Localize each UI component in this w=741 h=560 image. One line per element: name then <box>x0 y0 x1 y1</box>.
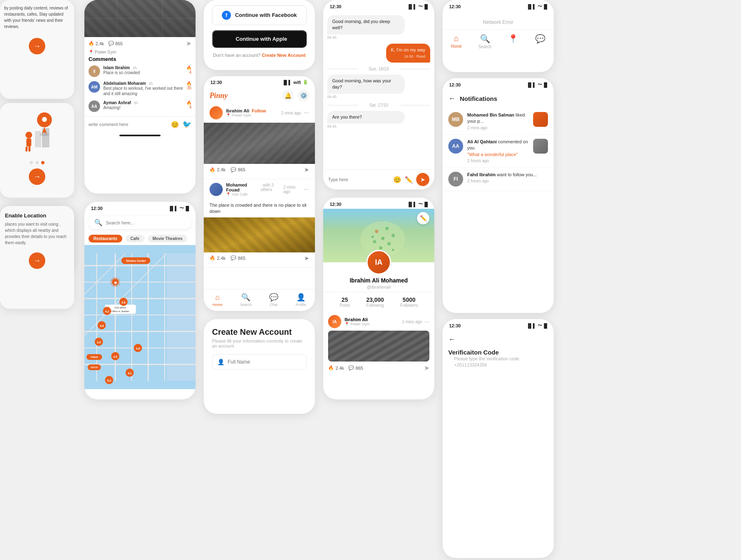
post-location: 📍 Power Gym <box>84 50 196 56</box>
svg-point-19 <box>373 240 376 243</box>
battery-icon: █ <box>544 4 547 9</box>
fire-action-2[interactable]: 🔥 2.4k <box>210 255 226 261</box>
send-comment-icon[interactable]: 🐦 <box>182 120 191 129</box>
fire-action-1[interactable]: 🔥 2.4k <box>210 167 226 173</box>
screen-post-detail: 🔥 2.4k 💬 865 ➤ 📍 Power Gym Comments II I… <box>84 0 196 194</box>
profile-post-more[interactable]: ··· <box>424 318 429 325</box>
svg-rect-24 <box>167 253 196 381</box>
map-search-input[interactable] <box>106 220 186 225</box>
signal-icon: ▐▌▌ <box>168 206 178 211</box>
map-area[interactable]: Shobra Center Civil affairs Office in Je… <box>84 245 196 389</box>
back-btn[interactable]: ← <box>448 94 456 103</box>
verif-back-btn[interactable]: ← <box>448 335 456 344</box>
facebook-login-btn[interactable]: f Continue with Facebook <box>212 5 307 25</box>
nav-chat[interactable]: 💬 Chat <box>269 293 278 307</box>
nav-profile[interactable]: 👤 Profile <box>296 293 306 307</box>
post-location-2: 📍 Aziz Cafe <box>226 192 283 196</box>
nav-home[interactable]: ⌂ Home <box>212 293 222 307</box>
screen-notifications: 12:30 ▐▌▌ 〜 █ ← Notifications MB Mohamed… <box>443 78 554 313</box>
fullname-field[interactable]: 👤 <box>212 354 307 370</box>
send-message-btn[interactable]: ➤ <box>416 173 429 186</box>
notifications-header: ← Notifications <box>443 89 554 108</box>
post-author-avatar-2 <box>210 183 223 196</box>
onboarding-arrow-btn[interactable]: → <box>29 38 45 54</box>
send-icon[interactable]: ➤ <box>186 40 191 47</box>
nav-home-tab[interactable]: ⌂ Home <box>451 34 462 49</box>
screen-home-nav: 12:30 ▐▌▌ 〜 █ Network Error ⌂ Home 🔍 Sea… <box>443 0 554 72</box>
nav-chat-tab[interactable]: 💬 <box>535 34 545 49</box>
home-nav-icon: ⌂ <box>215 293 220 302</box>
post-more-btn-2[interactable]: ··· <box>304 186 309 193</box>
onboarding-body: by posting daily content, reviews of res… <box>0 0 74 35</box>
bottom-nav: ⌂ Home 🔍 Search 💬 Chat 👤 Profile <box>204 289 315 311</box>
profile-post-actions: 🔥 2.4k 💬 865 ➤ <box>328 364 429 372</box>
nav-location-tab[interactable]: 📍 <box>508 34 518 49</box>
apple-login-btn[interactable]: Continue with Apple <box>212 30 307 48</box>
status-icons: ▐▌▌ wifi 🔋 <box>282 79 308 85</box>
notification-bell-icon[interactable]: 🔔 <box>282 90 294 101</box>
svg-point-15 <box>375 230 378 233</box>
filter-restaurants[interactable]: Restaurants <box>89 235 122 243</box>
notif-thumb-2 <box>533 139 548 154</box>
location-pin-illustration <box>21 112 54 158</box>
comment-input[interactable] <box>89 122 168 127</box>
chat-icon: 💬 <box>348 365 354 371</box>
emoji-icon[interactable]: 😊 <box>171 121 179 128</box>
post-author-name-2: Mohamed Fouad · with 3 others <box>226 182 283 192</box>
post-more-btn-1[interactable]: ··· <box>304 109 309 117</box>
comment-input-bar[interactable]: 😊 🐦 <box>84 116 196 132</box>
sticker-icon[interactable]: ✏️ <box>405 176 413 184</box>
share-icon-1[interactable]: ➤ <box>304 166 309 173</box>
svg-rect-1 <box>26 138 31 147</box>
chat-action-1[interactable]: 💬 865 <box>231 167 245 173</box>
search-nav-icon: 🔍 <box>241 293 250 302</box>
svg-point-18 <box>381 237 384 240</box>
settings-icon[interactable]: ⚙️ <box>298 90 309 101</box>
following-label: Following <box>366 303 384 308</box>
svg-rect-2 <box>26 147 28 152</box>
create-account-link[interactable]: Create New Account <box>262 53 306 58</box>
map-search-bar[interactable]: 🔍 <box>89 216 191 229</box>
svg-point-23 <box>371 236 374 238</box>
apple-label: Continue with Apple <box>235 36 287 42</box>
message-bubble: Are you there? <box>327 111 405 124</box>
profile-edit-btn[interactable]: ✏️ <box>417 212 429 224</box>
signal-icon: ▐▌▌ <box>527 323 536 328</box>
profile-post-user: IA Ibrahim Ali 📍 Power Gym <box>328 315 370 328</box>
profile-fire-btn[interactable]: 🔥 2.4k <box>328 365 344 371</box>
svg-text:Civil affairs: Civil affairs <box>114 306 126 309</box>
map-time: 12:30 <box>91 206 103 211</box>
nav-search[interactable]: 🔍 Search <box>240 293 252 307</box>
chat-action-2[interactable]: 💬 865 <box>231 255 245 261</box>
share-icon-2[interactable]: ➤ <box>304 255 309 261</box>
follow-btn-1[interactable]: Follow <box>252 108 266 113</box>
comment-fire-count: 🔥35 <box>186 81 191 90</box>
filter-cafe[interactable]: Cafe <box>126 235 144 243</box>
gym-svg-overlay <box>84 0 196 37</box>
notification-item-3: FI Fahd Ibrahim want to follow you... 2 … <box>443 168 554 191</box>
post-user-2: Mohamed Fouad · with 3 others 📍 Aziz Caf… <box>210 182 283 196</box>
notif-text-3: Fahd Ibrahim want to follow you... <box>467 172 548 178</box>
profile-share-icon[interactable]: ➤ <box>424 364 429 372</box>
post-text-2: The place is crowded and there is no pla… <box>204 200 315 217</box>
home-indicator <box>119 135 161 136</box>
fullname-input[interactable] <box>228 359 301 365</box>
create-account-subtitle: Please fill your information correctly t… <box>212 338 307 348</box>
profile-post-loc: 📍 Power Gym <box>345 322 370 326</box>
post-meta-row: 🔥 2.4k 💬 865 ➤ <box>84 37 196 50</box>
profile-chat-btn[interactable]: 💬 865 <box>348 365 363 371</box>
network-error: Network Error <box>483 19 513 25</box>
notif-content-3: Fahd Ibrahim want to follow you... 2 hou… <box>467 172 548 183</box>
comments-title: Comments <box>89 56 191 62</box>
comment-fire-count: 🔥4 <box>186 100 191 110</box>
notif-status-bar: 12:30 ▐▌▌ 〜 █ <box>443 78 554 89</box>
filter-movie-theatres[interactable]: Movie Theatres <box>148 235 188 243</box>
search-tab-icon: 🔍 <box>480 34 490 44</box>
chat-input[interactable] <box>328 177 390 182</box>
enable-location-btn[interactable]: → <box>29 252 45 269</box>
location-arrow-btn[interactable]: → <box>29 168 45 185</box>
emoji-icon[interactable]: 😊 <box>393 176 401 184</box>
nav-search-tab[interactable]: 🔍 Search <box>478 34 492 49</box>
post-header-2: Mohamed Fouad · with 3 others 📍 Aziz Caf… <box>204 179 315 200</box>
chat-input-bar[interactable]: 😊 ✏️ ➤ <box>323 169 434 189</box>
